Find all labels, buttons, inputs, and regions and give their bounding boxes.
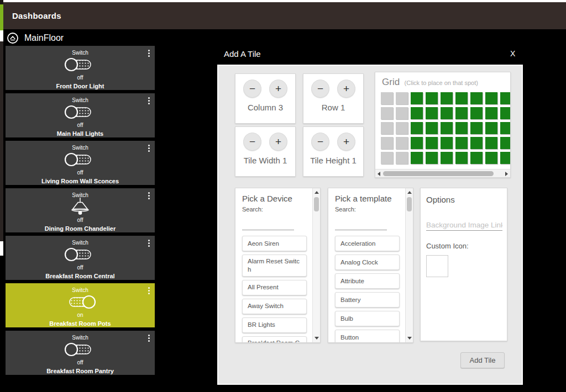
- grid-spot[interactable]: [411, 152, 423, 164]
- row-increase-button[interactable]: +: [337, 80, 355, 98]
- grid-spot[interactable]: [500, 152, 511, 164]
- template-item[interactable]: Button: [335, 330, 400, 343]
- chandelier-icon[interactable]: [67, 199, 93, 215]
- grid-spot[interactable]: [441, 122, 453, 134]
- device-tile[interactable]: Switch off Breakfast Room Pantry: [6, 331, 155, 375]
- grid-spot[interactable]: [426, 137, 438, 149]
- tile-menu-icon[interactable]: [148, 97, 150, 104]
- scroll-down-icon[interactable]: [407, 337, 412, 340]
- grid-spot[interactable]: [470, 122, 483, 134]
- device-tile[interactable]: Switch off Breakfast Room Central: [6, 236, 155, 280]
- scroll-up-icon[interactable]: [407, 191, 412, 194]
- scroll-right-icon[interactable]: [505, 172, 508, 176]
- grid-spot[interactable]: [441, 137, 453, 149]
- switch-toggle-icon[interactable]: [62, 294, 98, 310]
- add-tile-button[interactable]: Add Tile: [460, 352, 505, 368]
- grid-spot[interactable]: [396, 92, 408, 104]
- scroll-up-icon[interactable]: [315, 191, 319, 194]
- grid-spot[interactable]: [381, 92, 393, 104]
- switch-toggle-icon[interactable]: [62, 341, 98, 358]
- template-search-input[interactable]: [335, 223, 387, 230]
- tile-menu-icon[interactable]: [148, 192, 150, 199]
- grid-spot[interactable]: [381, 122, 393, 134]
- tile-width-decrease-button[interactable]: −: [243, 133, 261, 151]
- template-item[interactable]: Acceleration: [335, 236, 400, 251]
- grid-spot[interactable]: [441, 107, 453, 119]
- grid-spot[interactable]: [455, 107, 468, 119]
- hubitat-logo-icon[interactable]: [7, 32, 19, 44]
- device-list-scrollbar[interactable]: [312, 188, 320, 342]
- template-list-scrollbar[interactable]: [405, 188, 413, 342]
- grid-spot[interactable]: [485, 137, 497, 149]
- device-search-input[interactable]: [242, 223, 294, 230]
- grid-spot[interactable]: [485, 122, 497, 134]
- grid-spot[interactable]: [381, 152, 393, 164]
- tile-menu-icon[interactable]: [148, 335, 150, 342]
- switch-toggle-icon[interactable]: [62, 104, 98, 120]
- grid-spot[interactable]: [470, 137, 483, 149]
- device-item[interactable]: Away Switch: [242, 299, 307, 314]
- grid-spot[interactable]: [441, 152, 453, 164]
- grid-spot[interactable]: [396, 137, 408, 149]
- grid-spot[interactable]: [381, 137, 393, 149]
- grid-spot[interactable]: [485, 107, 497, 119]
- tile-height-increase-button[interactable]: +: [337, 133, 355, 151]
- tile-width-increase-button[interactable]: +: [269, 133, 287, 151]
- tile-menu-icon[interactable]: [148, 145, 150, 152]
- switch-toggle-icon[interactable]: [62, 246, 98, 263]
- device-item[interactable]: All Present: [242, 280, 307, 295]
- grid-spot[interactable]: [485, 92, 497, 104]
- tile-menu-icon[interactable]: [148, 240, 150, 247]
- background-image-link-input[interactable]: [426, 220, 502, 231]
- template-scrollbar-thumb[interactable]: [407, 197, 412, 211]
- grid-spot[interactable]: [500, 92, 511, 104]
- tile-height-decrease-button[interactable]: −: [311, 133, 329, 151]
- device-item[interactable]: Breakfast Room Camera Outlet (Zigbee): [242, 336, 307, 343]
- grid-spot[interactable]: [411, 137, 423, 149]
- row-decrease-button[interactable]: −: [311, 80, 329, 98]
- close-icon[interactable]: X: [510, 49, 515, 58]
- scroll-left-icon[interactable]: [378, 172, 380, 176]
- device-item[interactable]: Alarm Reset Switch: [242, 255, 307, 277]
- device-tile[interactable]: Switch off Living Room Wall Sconces: [6, 141, 155, 185]
- grid-spot[interactable]: [500, 137, 511, 149]
- grid-spot[interactable]: [455, 92, 468, 104]
- grid-spot[interactable]: [411, 92, 423, 104]
- grid-spot[interactable]: [426, 152, 438, 164]
- grid-spot[interactable]: [396, 107, 408, 119]
- grid-spot[interactable]: [441, 92, 453, 104]
- grid-spot[interactable]: [426, 92, 438, 104]
- grid-spot[interactable]: [455, 122, 468, 134]
- grid-spot[interactable]: [500, 107, 511, 119]
- template-item[interactable]: Bulb: [335, 311, 400, 326]
- grid-spot[interactable]: [396, 152, 408, 164]
- grid-spot[interactable]: [396, 122, 408, 134]
- grid-spot[interactable]: [470, 107, 483, 119]
- column-increase-button[interactable]: +: [269, 80, 287, 98]
- template-item[interactable]: Attribute: [335, 273, 400, 289]
- grid-spot[interactable]: [500, 122, 511, 134]
- grid-spot[interactable]: [411, 107, 423, 119]
- grid-horizontal-scrollbar[interactable]: [375, 169, 510, 177]
- grid-spot[interactable]: [485, 152, 497, 164]
- grid-spot[interactable]: [470, 152, 483, 164]
- device-tile[interactable]: Switch off Dining Room Chandelier: [6, 188, 155, 232]
- device-item[interactable]: Aeon Siren: [242, 236, 307, 251]
- device-tile[interactable]: Switch off Main Hall Lights: [6, 93, 155, 137]
- grid-spot[interactable]: [426, 107, 438, 119]
- column-decrease-button[interactable]: −: [243, 80, 261, 98]
- grid-spot[interactable]: [426, 122, 438, 134]
- device-tile[interactable]: Switch on Breakfast Room Pots: [6, 283, 155, 327]
- grid-spot[interactable]: [470, 92, 483, 104]
- switch-toggle-icon[interactable]: [62, 56, 98, 73]
- grid-scrollbar-thumb[interactable]: [383, 171, 494, 176]
- grid-spot[interactable]: [455, 137, 468, 149]
- device-item[interactable]: BR Lights: [242, 317, 307, 333]
- grid-spot[interactable]: [381, 107, 393, 119]
- device-scrollbar-thumb[interactable]: [314, 197, 319, 211]
- custom-icon-picker[interactable]: [426, 255, 448, 277]
- tile-menu-icon[interactable]: [148, 287, 150, 294]
- template-item[interactable]: Battery: [335, 292, 400, 308]
- device-tile[interactable]: Switch off Front Door Light: [6, 46, 155, 90]
- scroll-down-icon[interactable]: [315, 337, 319, 340]
